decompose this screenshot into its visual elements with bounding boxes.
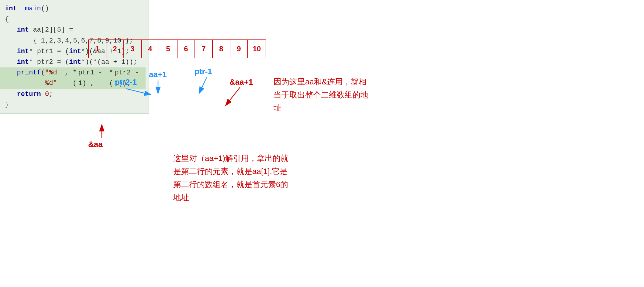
- array-row1: 1 2 3 4 5: [88, 39, 177, 58]
- array-cell-4: 4: [142, 40, 159, 58]
- label-aa-plus-1: aa+1: [149, 70, 167, 79]
- func-main: main: [25, 3, 41, 14]
- array-wrapper: 1 2 3 4 5 6 7 8 9 10: [88, 39, 266, 58]
- code-line-2: {: [0, 14, 146, 25]
- array-cell-5: 5: [159, 40, 177, 58]
- label-ptr-minus-1: ptr-1: [195, 67, 212, 76]
- keyword-int: int: [5, 3, 17, 14]
- label-ptr2-minus-1: ptr2-1: [115, 77, 137, 87]
- code-line-8: }: [0, 100, 146, 110]
- array-cell-7: 7: [195, 40, 213, 58]
- array-row2: 6 7 8 9 10: [177, 39, 266, 58]
- array-cell-3: 3: [124, 40, 142, 58]
- array-cell-9: 9: [230, 40, 248, 58]
- svg-line-6: [226, 87, 240, 106]
- code-line-5: int* ptr2 = (int*)(*(aa + 1));: [0, 57, 146, 67]
- explanation-right: 因为这里aa和&连用，就相当于取出整个二维数组的地址: [274, 75, 368, 114]
- svg-line-4: [199, 77, 207, 94]
- array-cell-8: 8: [213, 40, 230, 58]
- array-cell-1: 1: [89, 40, 106, 58]
- code-line-7: return 0;: [0, 89, 146, 100]
- array-cell-10: 10: [248, 40, 266, 58]
- array-cell-2: 2: [106, 40, 124, 58]
- array-cell-6: 6: [177, 40, 195, 58]
- array-container: 1 2 3 4 5 6 7 8 9 10: [88, 39, 266, 58]
- label-and-aa: &aa: [88, 140, 103, 149]
- explanation-bottom: 这里对（aa+1)解引用，拿出的就是第二行的元素，就是aa[1],它是第二行的数…: [173, 152, 288, 204]
- code-line-1: int main(): [0, 3, 146, 14]
- label-and-aa-plus-1: &aa+1: [229, 77, 253, 87]
